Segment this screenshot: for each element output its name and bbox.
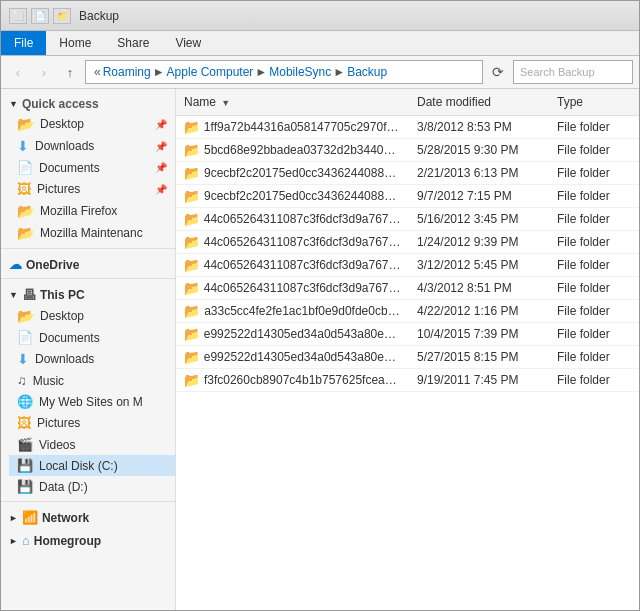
path-roaming[interactable]: Roaming bbox=[103, 65, 151, 79]
sidebar-item-pictures-quick[interactable]: 🖼 Pictures 📌 bbox=[9, 178, 175, 200]
file-cell-name: 📂 44c065264311087c3f6dcf3d9a767ebb2788..… bbox=[176, 231, 409, 253]
table-row[interactable]: 📂 e992522d14305ed34a0d543a80e22370b4f...… bbox=[176, 323, 639, 346]
sidebar-header-homegroup[interactable]: ► ⌂ Homegroup bbox=[1, 529, 175, 550]
pin-icon: 📌 bbox=[155, 141, 167, 152]
refresh-button[interactable]: ⟳ bbox=[487, 61, 509, 83]
file-cell-modified: 10/4/2015 7:39 PM bbox=[409, 324, 549, 344]
file-cell-type: File folder bbox=[549, 163, 639, 183]
file-cell-type: File folder bbox=[549, 370, 639, 390]
sidebar-label: Pictures bbox=[37, 182, 80, 196]
column-type-header[interactable]: Type bbox=[549, 93, 639, 111]
title-icon-2: 📄 bbox=[31, 8, 49, 24]
table-row[interactable]: 📂 44c065264311087c3f6dcf3d9a767ebb2788..… bbox=[176, 277, 639, 300]
sidebar-header-onedrive[interactable]: ☁ OneDrive bbox=[1, 253, 175, 274]
table-row[interactable]: 📂 f3fc0260cb8907c4b1b757625fcea0b5fd34f.… bbox=[176, 369, 639, 392]
sidebar-header-quick-access[interactable]: ▼ Quick access bbox=[1, 93, 175, 113]
documents-icon: 📄 bbox=[17, 160, 33, 175]
table-row[interactable]: 📂 a33c5cc4fe2fe1ac1bf0e9d0fde0cb519035..… bbox=[176, 300, 639, 323]
divider-1 bbox=[1, 248, 175, 249]
file-cell-name: 📂 9cecbf2c20175ed0cc3436244088bb8567ff..… bbox=[176, 162, 409, 184]
sidebar-header-thispc[interactable]: ▼ 🖶 This PC bbox=[1, 283, 175, 305]
file-area: Name ▼ Date modified Type 📂 1ff9a72b4431… bbox=[176, 89, 639, 610]
path-mobilesync[interactable]: MobileSync bbox=[269, 65, 331, 79]
file-cell-name: 📂 5bcd68e92bbadea03732d2b34401d28d17.... bbox=[176, 139, 409, 161]
sidebar-item-mozilla-firefox[interactable]: 📂 Mozilla Firefox bbox=[9, 200, 175, 222]
path-backup[interactable]: Backup bbox=[347, 65, 387, 79]
table-row[interactable]: 📂 44c065264311087c3f6dcf3d9a767ebb2788..… bbox=[176, 208, 639, 231]
address-path[interactable]: « Roaming ► Apple Computer ► MobileSync … bbox=[85, 60, 483, 84]
sidebar-item-documents-quick[interactable]: 📄 Documents 📌 bbox=[9, 157, 175, 178]
folder-icon: 📂 bbox=[17, 203, 34, 219]
quick-access-items: 📂 Desktop 📌 ⬇ Downloads 📌 📄 Documents 📌 bbox=[1, 113, 175, 244]
sidebar-item-videos[interactable]: 🎬 Videos bbox=[9, 434, 175, 455]
table-row[interactable]: 📂 44c065264311087c3f6dcf3d9a767ebb2788..… bbox=[176, 231, 639, 254]
sidebar-item-documents-pc[interactable]: 📄 Documents bbox=[9, 327, 175, 348]
up-button[interactable]: ↑ bbox=[59, 61, 81, 83]
path-arrow-2: ► bbox=[255, 65, 267, 79]
tab-home[interactable]: Home bbox=[46, 31, 104, 55]
column-modified-header[interactable]: Date modified bbox=[409, 93, 549, 111]
sidebar-item-pictures-pc[interactable]: 🖼 Pictures bbox=[9, 412, 175, 434]
file-cell-name: 📂 44c065264311087c3f6dcf3d9a767ebb2788..… bbox=[176, 254, 409, 276]
sidebar-section-homegroup: ► ⌂ Homegroup bbox=[1, 529, 175, 550]
table-row[interactable]: 📂 44c065264311087c3f6dcf3d9a767ebb2788..… bbox=[176, 254, 639, 277]
file-name: e992522d14305ed34a0d543a80e22370b4f.... bbox=[204, 327, 401, 341]
forward-button[interactable]: › bbox=[33, 61, 55, 83]
path-sep-1: « bbox=[94, 65, 101, 79]
network-icon: 📶 bbox=[22, 510, 38, 525]
file-cell-type: File folder bbox=[549, 117, 639, 137]
file-cell-name: 📂 a33c5cc4fe2fe1ac1bf0e9d0fde0cb519035..… bbox=[176, 300, 409, 322]
sidebar-label: Pictures bbox=[37, 416, 80, 430]
computer-icon: 🖶 bbox=[22, 287, 36, 303]
sidebar-label: Local Disk (C:) bbox=[39, 459, 118, 473]
file-cell-name: 📂 44c065264311087c3f6dcf3d9a767ebb2788..… bbox=[176, 277, 409, 299]
table-row[interactable]: 📂 e992522d14305ed34a0d543a80e22370b4f...… bbox=[176, 346, 639, 369]
documents-icon: 📄 bbox=[17, 330, 33, 345]
tab-file[interactable]: File bbox=[1, 31, 46, 55]
sidebar-section-quick-access: ▼ Quick access 📂 Desktop 📌 ⬇ Downloads 📌 bbox=[1, 93, 175, 244]
column-name-label: Name bbox=[184, 95, 216, 109]
path-apple[interactable]: Apple Computer bbox=[167, 65, 254, 79]
search-box[interactable]: Search Backup bbox=[513, 60, 633, 84]
sidebar-label: Desktop bbox=[40, 309, 84, 323]
sidebar-item-local-disk-c[interactable]: 💾 Local Disk (C:) bbox=[9, 455, 175, 476]
sidebar-label: Desktop bbox=[40, 117, 84, 131]
file-name: 9cecbf2c20175ed0cc3436244088bb8567ff.... bbox=[204, 166, 401, 180]
table-row[interactable]: 📂 9cecbf2c20175ed0cc3436244088bb8567ff..… bbox=[176, 185, 639, 208]
sidebar-item-downloads-pc[interactable]: ⬇ Downloads bbox=[9, 348, 175, 370]
file-cell-type: File folder bbox=[549, 324, 639, 344]
sidebar-item-websites[interactable]: 🌐 My Web Sites on M bbox=[9, 391, 175, 412]
sidebar-section-onedrive: ☁ OneDrive bbox=[1, 253, 175, 274]
sidebar-label: Videos bbox=[39, 438, 75, 452]
table-row[interactable]: 📂 1ff9a72b44316a058147705c2970f4947cba..… bbox=[176, 116, 639, 139]
file-cell-name: 📂 e992522d14305ed34a0d543a80e22370b4f...… bbox=[176, 346, 409, 368]
sidebar-item-mozilla-maintenance[interactable]: 📂 Mozilla Maintenanc bbox=[9, 222, 175, 244]
sidebar-item-desktop-pc[interactable]: 📂 Desktop bbox=[9, 305, 175, 327]
sort-arrow-icon: ▼ bbox=[221, 98, 230, 108]
window-title: Backup bbox=[79, 9, 119, 23]
tab-share[interactable]: Share bbox=[104, 31, 162, 55]
sidebar-item-data-d[interactable]: 💾 Data (D:) bbox=[9, 476, 175, 497]
back-button[interactable]: ‹ bbox=[7, 61, 29, 83]
folder-blue-icon: 📂 bbox=[17, 308, 34, 324]
sidebar-item-downloads-quick[interactable]: ⬇ Downloads 📌 bbox=[9, 135, 175, 157]
table-row[interactable]: 📂 9cecbf2c20175ed0cc3436244088bb8567ff..… bbox=[176, 162, 639, 185]
main-content: ▼ Quick access 📂 Desktop 📌 ⬇ Downloads 📌 bbox=[1, 89, 639, 610]
sidebar-item-music[interactable]: ♫ Music bbox=[9, 370, 175, 391]
title-icon-1: ⬜ bbox=[9, 8, 27, 24]
sidebar: ▼ Quick access 📂 Desktop 📌 ⬇ Downloads 📌 bbox=[1, 89, 176, 610]
file-rows-container: 📂 1ff9a72b44316a058147705c2970f4947cba..… bbox=[176, 116, 639, 392]
tab-view[interactable]: View bbox=[162, 31, 214, 55]
title-icon-3: 📁 bbox=[53, 8, 71, 24]
column-name-header[interactable]: Name ▼ bbox=[176, 93, 409, 111]
path-arrow-3: ► bbox=[333, 65, 345, 79]
table-row[interactable]: 📂 5bcd68e92bbadea03732d2b34401d28d17....… bbox=[176, 139, 639, 162]
file-list-header: Name ▼ Date modified Type bbox=[176, 89, 639, 116]
chevron-homegroup-icon: ► bbox=[9, 536, 18, 546]
download-icon: ⬇ bbox=[17, 138, 29, 154]
websites-icon: 🌐 bbox=[17, 394, 33, 409]
sidebar-item-desktop-quick[interactable]: 📂 Desktop 📌 bbox=[9, 113, 175, 135]
sidebar-header-network[interactable]: ► 📶 Network bbox=[1, 506, 175, 527]
file-name: 44c065264311087c3f6dcf3d9a767ebb2788.... bbox=[204, 212, 401, 226]
file-cell-modified: 3/12/2012 5:45 PM bbox=[409, 255, 549, 275]
